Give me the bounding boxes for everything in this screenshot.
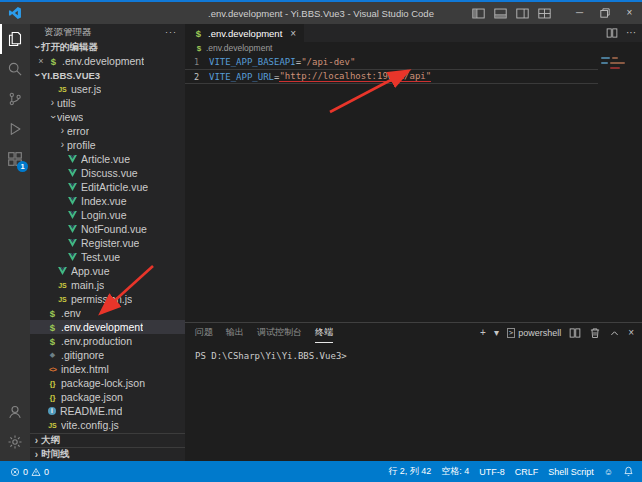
timeline-header[interactable]: › 时间线 [30,447,185,461]
activity-run-debug[interactable] [0,114,30,144]
toggle-secondary-sidebar-icon[interactable] [516,8,529,19]
activity-source-control[interactable] [0,84,30,114]
outline-header[interactable]: › 大纲 [30,433,185,447]
restore-icon[interactable] [592,2,617,24]
env-file-icon: $ [193,28,204,39]
panel-tab-终端[interactable]: 终端 [315,323,333,343]
more-actions-icon[interactable]: ··· [626,28,636,38]
tree-item-package-lock.json[interactable]: {}package-lock.json [30,376,185,390]
vue-icon [67,225,78,233]
panel-tab-调试控制台[interactable]: 调试控制台 [257,323,302,343]
tree-item-label: Test.vue [81,251,120,263]
panel: 问题输出调试控制台终端 +▾>powershell× PS D:\CSharp\… [185,322,642,461]
tree-item-Login.vue[interactable]: Login.vue [30,208,185,222]
tree-item-.env.development[interactable]: $.env.development [30,320,185,334]
panel-tab-输出[interactable]: 输出 [226,323,244,343]
open-editors-header[interactable]: › 打开的编辑器 [30,40,185,54]
tree-item-Discuss.vue[interactable]: Discuss.vue [30,166,185,180]
tree-item-.env.production[interactable]: $.env.production [30,334,185,348]
terminal-icon: > [507,328,515,338]
tree-item-user.js[interactable]: JSuser.js [30,82,185,96]
activity-bar-bottom [0,397,30,457]
split-editor-icon[interactable] [606,27,618,39]
activity-account[interactable] [0,397,30,427]
activity-settings-gear[interactable] [0,427,30,457]
tree-item-package.json[interactable]: {}package.json [30,390,185,404]
tree-item-EditArticle.vue[interactable]: EditArticle.vue [30,180,185,194]
minimize-icon[interactable]: ─ [567,2,592,24]
tree-item-Index.vue[interactable]: Index.vue [30,194,185,208]
problems-status[interactable]: 0 0 [5,467,54,477]
tree-item-vite.config.js[interactable]: JSvite.config.js [30,418,185,432]
activity-search[interactable] [0,54,30,84]
close-icon[interactable]: × [36,56,46,66]
breadcrumb[interactable]: $ .env.development [185,42,642,54]
tree-item-label: Article.vue [81,153,130,165]
panel-tabs: 问题输出调试控制台终端 [195,323,333,343]
tree-item-Test.vue[interactable]: Test.vue [30,250,185,264]
toggle-sidebar-icon[interactable] [472,8,485,19]
activity-explorer[interactable] [0,24,30,54]
close-icon[interactable]: × [290,28,296,39]
new-terminal-icon[interactable]: + [480,328,486,338]
tab-env-development[interactable]: $ .env.development × [185,24,304,42]
activity-extensions[interactable]: 1 [0,144,30,174]
close-panel-icon[interactable]: × [628,328,634,338]
more-actions-icon[interactable]: ··· [165,27,177,37]
tree-item-index.html[interactable]: <>index.html [30,362,185,376]
tree-item-App.vue[interactable]: App.vue [30,264,185,278]
window-controls: ─× [567,2,642,24]
tree-item-label: package.json [61,391,123,403]
tree-item-label: index.html [61,363,109,375]
tree-item-views[interactable]: ›views [30,110,185,124]
chevron-right-icon: › [58,126,67,136]
env-value-url[interactable]: "http://localhost:19001/api" [279,71,431,82]
tree-item-label: NotFound.vue [81,223,147,235]
panel-header: 问题输出调试控制台终端 +▾>powershell× [185,323,642,343]
code-editor[interactable]: 1VITE_APP_BASEAPI="/api-dev" 2VITE_APP_U… [185,54,642,322]
env-key: VITE_APP_URL [209,72,274,82]
tree-item-main.js[interactable]: JSmain.js [30,278,185,292]
feedback-icon[interactable]: ☺ [599,467,618,477]
env-icon: $ [47,308,58,319]
eol-status[interactable]: CRLF [510,467,544,477]
toggle-panel-icon[interactable] [494,8,507,19]
file-tree: JSuser.js›utils›views›error›profileArtic… [30,82,185,433]
minimap[interactable] [598,54,642,322]
cursor-position[interactable]: 行 2, 列 42 [383,465,436,478]
tree-item-.gitignore[interactable]: ◆.gitignore [30,348,185,362]
tree-item-.env[interactable]: $.env [30,306,185,320]
open-editor-item[interactable]: × $ .env.development [30,54,185,68]
tree-item-error[interactable]: ›error [30,124,185,138]
tree-item-label: Index.vue [81,195,127,207]
encoding-status[interactable]: UTF-8 [474,467,510,477]
indentation-status[interactable]: 空格: 4 [436,465,474,478]
tree-item-Article.vue[interactable]: Article.vue [30,152,185,166]
tree-item-NotFound.vue[interactable]: NotFound.vue [30,222,185,236]
dropdown-icon[interactable]: ▾ [494,328,499,338]
tree-item-Register.vue[interactable]: Register.vue [30,236,185,250]
maximize-panel-icon[interactable] [609,328,620,339]
terminal[interactable]: PS D:\CSharp\Yi\Yi.BBS.Vue3> [185,343,642,361]
status-bar: 0 0 行 2, 列 42 空格: 4 UTF-8 CRLF Shell Scr… [0,461,642,482]
kill-terminal-icon[interactable] [589,327,601,339]
language-mode[interactable]: Shell Script [543,467,599,477]
tree-item-label: .gitignore [61,349,104,361]
bell-icon[interactable] [618,466,639,477]
tree-item-utils[interactable]: ›utils [30,96,185,110]
terminal-prompt: PS D:\CSharp\Yi\Yi.BBS.Vue3> [195,351,642,361]
shell-selector[interactable]: >powershell [507,328,561,338]
split-terminal-icon[interactable] [569,327,581,339]
project-header[interactable]: › YI.BBS.VUE3 [30,68,185,82]
close-icon[interactable]: × [617,2,642,24]
tree-item-README.md[interactable]: iREADME.md [30,404,185,418]
project-name: YI.BBS.VUE3 [41,70,100,81]
json-icon: {} [47,393,58,402]
shell-label: powershell [518,328,561,338]
tree-item-profile[interactable]: ›profile [30,138,185,152]
customize-layout-icon[interactable] [538,8,551,19]
panel-tab-问题[interactable]: 问题 [195,323,213,343]
code-line-1: 1VITE_APP_BASEAPI="/api-dev" [185,54,642,69]
tree-item-permission.js[interactable]: JSpermission.js [30,292,185,306]
env-icon: $ [47,322,58,333]
